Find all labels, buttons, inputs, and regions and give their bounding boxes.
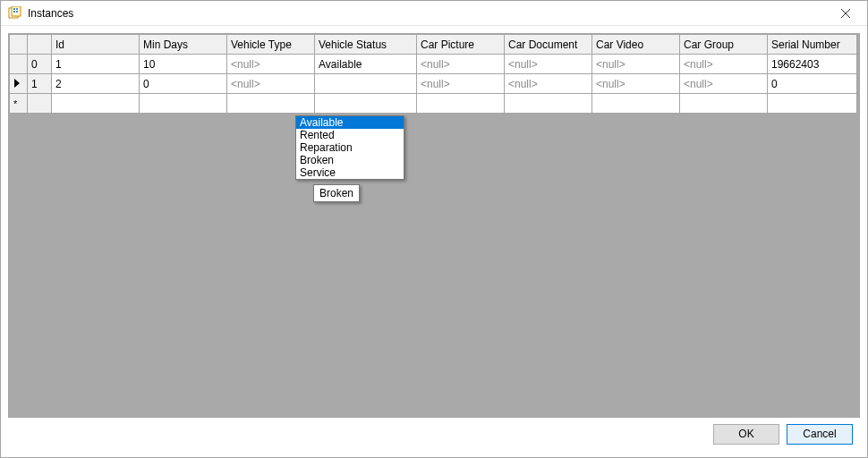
row-number[interactable]: 0 (28, 55, 52, 74)
instances-window: Instances Id Min D (0, 0, 868, 458)
grid-rownum-header[interactable] (28, 35, 52, 55)
cell-vehicle-status[interactable]: Available (315, 55, 417, 74)
cell-min-days[interactable] (140, 94, 227, 114)
table-row[interactable]: 1 2 0 <null> (10, 74, 857, 94)
data-grid[interactable]: Id Min Days Vehicle Type Vehicle Status … (8, 33, 860, 418)
row-marker[interactable] (10, 55, 28, 74)
row-marker[interactable] (10, 74, 28, 94)
row-marker[interactable]: * (10, 94, 28, 114)
col-header-car-picture[interactable]: Car Picture (417, 35, 505, 55)
row-number[interactable] (28, 94, 52, 114)
close-icon (841, 9, 850, 18)
vehicle-status-input[interactable] (315, 74, 417, 93)
col-header-serial-number[interactable]: Serial Number (768, 35, 857, 55)
cell-car-video[interactable] (592, 94, 680, 114)
dropdown-option-service[interactable]: Service (296, 166, 404, 179)
row-number[interactable]: 1 (28, 74, 52, 94)
svg-rect-5 (16, 11, 18, 13)
grid-corner[interactable] (10, 35, 28, 55)
col-header-id[interactable]: Id (52, 35, 140, 55)
col-header-car-video[interactable]: Car Video (592, 35, 680, 55)
cell-car-group[interactable] (680, 94, 768, 114)
close-button[interactable] (826, 2, 865, 25)
dropdown-option-rented[interactable]: Rented (296, 129, 404, 141)
cancel-button[interactable]: Cancel (787, 424, 853, 445)
cell-car-picture[interactable]: <null> (417, 55, 505, 74)
dialog-footer: OK Cancel (8, 418, 860, 450)
cell-car-document[interactable]: <null> (505, 74, 592, 94)
current-row-marker-icon (13, 79, 21, 88)
client-area: Id Min Days Vehicle Type Vehicle Status … (1, 26, 867, 457)
cell-vehicle-type[interactable]: <null> (227, 55, 315, 74)
cell-car-document[interactable] (505, 94, 592, 114)
table-row-new[interactable]: * (10, 94, 857, 114)
vehicle-status-dropdown-list[interactable]: Available Rented Reparation Broken Servi… (295, 115, 404, 180)
svg-rect-3 (16, 8, 18, 10)
dropdown-option-broken[interactable]: Broken (296, 154, 404, 166)
col-header-vehicle-status[interactable]: Vehicle Status (315, 35, 417, 55)
cell-car-document[interactable]: <null> (505, 55, 592, 74)
cell-id[interactable] (52, 94, 140, 114)
vehicle-status-combo[interactable] (315, 74, 416, 93)
cell-car-picture[interactable]: <null> (417, 74, 505, 94)
svg-rect-2 (13, 8, 15, 10)
cell-serial-number[interactable]: 19662403 (768, 55, 857, 74)
dropdown-option-available[interactable]: Available (296, 116, 404, 129)
table-row[interactable]: 0 1 10 <null> Available <null> <null> <n… (10, 55, 857, 74)
new-row-marker-icon: * (13, 99, 17, 109)
cell-car-video[interactable]: <null> (592, 74, 680, 94)
svg-marker-8 (14, 79, 20, 88)
col-header-car-document[interactable]: Car Document (505, 35, 592, 55)
dropdown-option-reparation[interactable]: Reparation (296, 141, 404, 154)
cell-min-days[interactable]: 10 (140, 55, 227, 74)
cell-vehicle-type[interactable] (227, 94, 315, 114)
cell-vehicle-status[interactable] (315, 94, 417, 114)
window-title: Instances (28, 7, 826, 20)
cell-id[interactable]: 2 (52, 74, 140, 94)
cell-min-days[interactable]: 0 (140, 74, 227, 94)
app-icon (8, 6, 22, 21)
col-header-vehicle-type[interactable]: Vehicle Type (227, 35, 315, 55)
cell-car-group[interactable]: <null> (680, 55, 768, 74)
ok-button[interactable]: OK (713, 424, 779, 445)
col-header-car-group[interactable]: Car Group (680, 35, 768, 55)
svg-rect-4 (13, 11, 15, 13)
col-header-min-days[interactable]: Min Days (140, 35, 227, 55)
cell-serial-number[interactable]: 0 (768, 74, 857, 94)
cell-vehicle-status[interactable] (315, 74, 417, 94)
tooltip: Broken (313, 184, 360, 202)
cell-vehicle-type[interactable]: <null> (227, 74, 315, 94)
cell-car-video[interactable]: <null> (592, 55, 680, 74)
cell-id[interactable]: 1 (52, 55, 140, 74)
cell-car-picture[interactable] (417, 94, 505, 114)
grid-header-row: Id Min Days Vehicle Type Vehicle Status … (10, 35, 857, 55)
cell-serial-number[interactable] (768, 94, 857, 114)
title-bar: Instances (1, 1, 867, 26)
cell-car-group[interactable]: <null> (680, 74, 768, 94)
